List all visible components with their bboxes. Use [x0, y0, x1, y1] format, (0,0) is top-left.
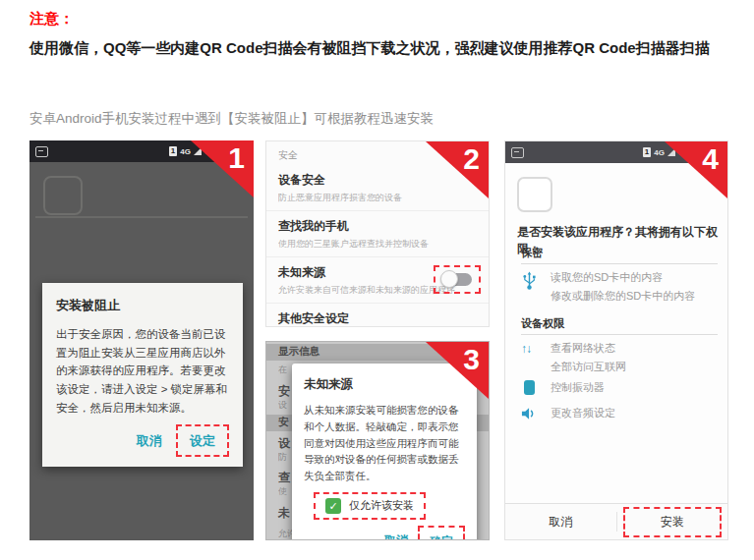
dim-item-title: 未 — [278, 505, 290, 522]
toggle-knob — [440, 270, 458, 288]
permission-line: 控制振动器 — [551, 378, 605, 397]
permission-row-audio: 更改音频设定 — [551, 404, 615, 422]
permission-line: 更改音频设定 — [551, 404, 615, 422]
ok-button[interactable]: 确定 — [430, 534, 453, 540]
highlight-box: 确定 — [418, 526, 465, 540]
network-type: 4G — [654, 148, 665, 157]
unknown-sources-toggle[interactable] — [442, 272, 472, 287]
checkbox-checked-icon[interactable]: ✓ — [325, 498, 341, 514]
step-badge-2: 2 — [463, 142, 480, 176]
section-label-privacy: 保密 — [521, 246, 543, 260]
dialog-button-bar: 取消 安装 — [505, 503, 727, 539]
notification-icon — [35, 146, 48, 157]
settings-button[interactable]: 设定 — [190, 433, 215, 448]
phone-screenshot-4: 1 4G 7 是否安装该应用程序？其将拥有以下权限： 保密 读取您的SD卡中的内… — [504, 140, 728, 540]
list-item-other-security[interactable]: 其他安全设定 更改安全更新和证书存储等其他安全设定 — [266, 303, 489, 327]
phone-screenshot-3: 显示信息 在 安 设 安 设 防 查 使 未 允许安装来自可信来源和未知来源的应… — [265, 341, 490, 540]
permission-row-sd-card: 读取您的SD卡中的内容 修改或删除您的SD卡中的内容 — [551, 268, 695, 306]
app-icon-placeholder — [43, 176, 83, 215]
dim-subtitle: 设 — [278, 399, 287, 412]
permission-line: 全部访问互联网 — [551, 358, 626, 376]
permission-line: 读取您的SD卡中的内容 — [551, 268, 695, 287]
dim-subtitle: 使 — [278, 485, 287, 498]
highlight-box: 设定 — [176, 424, 229, 457]
checkbox-label: 仅允许该安装 — [349, 498, 414, 513]
network-type: 4G — [180, 147, 191, 156]
item-title: 其他安全设定 — [278, 310, 477, 327]
step-badge-1: 1 — [228, 141, 245, 175]
install-button[interactable]: 安装 — [661, 515, 684, 529]
dim-item-title: 查 — [278, 470, 290, 486]
highlight-box: 安装 — [623, 507, 722, 537]
warning-text: 使用微信，QQ等一些内建QR Code扫描会有被阻挡下载之状况，强烈建议使用推荐… — [29, 35, 729, 61]
speaker-icon — [521, 407, 536, 420]
permission-line: 查看网络状态 — [551, 339, 626, 358]
item-subtitle: 使用您的三星账户远程查找并控制设备 — [278, 238, 477, 251]
vibration-icon — [524, 380, 535, 395]
cancel-button[interactable]: 取消 — [384, 532, 408, 540]
section-label-device: 设备权限 — [521, 316, 564, 331]
network-arrows-icon: ↑↓ — [521, 342, 531, 356]
dim-subtitle: 在 — [278, 364, 287, 376]
permission-line: 修改或删除您的SD卡中的内容 — [551, 287, 695, 306]
phone-screenshot-2: 安全 设备安全 防止恶意应用程序损害您的设备 查找我的手机 使用您的三星账户远程… — [265, 140, 490, 327]
install-blocked-dialog: 安装被阻止 出于安全原因，您的设备当前已设置为阻止安装从三星应用商店以外的来源获… — [42, 283, 243, 467]
cancel-button[interactable]: 取消 — [137, 432, 162, 450]
divider — [521, 334, 718, 335]
install-question-title: 是否安装该应用程序？其将拥有以下权限： — [517, 224, 722, 257]
step-badge-4: 4 — [702, 142, 719, 176]
dialog-body: 出于安全原因，您的设备当前已设置为阻止安装从三星应用商店以外的来源获得的应用程序… — [56, 325, 229, 417]
permission-row-network: 查看网络状态 全部访问互联网 — [551, 339, 626, 376]
sim-badge: 1 — [169, 146, 177, 156]
permission-row-vibration: 控制振动器 — [551, 378, 605, 397]
phone-screenshot-1: 1 4G 7 安装被阻止 出于安全原因，您的设备当前已设置为阻止安装从三星应用商… — [29, 140, 254, 540]
usb-icon — [523, 271, 536, 291]
notification-icon — [511, 147, 524, 158]
divider — [35, 216, 248, 218]
dim-item-title: 安 — [278, 383, 290, 400]
highlight-box — [434, 265, 481, 294]
sim-badge: 1 — [643, 147, 651, 157]
notice-heading: 注意： — [29, 10, 74, 28]
list-item-unknown-sources[interactable]: 未知来源 允许安装来自可信来源和未知来源的应用程序 — [266, 256, 489, 303]
dim-subtitle: 防 — [278, 451, 287, 464]
step-badge-3: 3 — [463, 343, 480, 376]
highlight-box: ✓ 仅允许该安装 — [314, 492, 426, 520]
list-item-find-my-phone[interactable]: 查找我的手机 使用您的三星账户远程查找并控制设备 — [266, 210, 489, 256]
dialog-body: 从未知来源安装可能损害您的设备和个人数据。轻敲确定，即表示您同意对因使用这些应用… — [304, 402, 465, 484]
dim-item-title: 设 — [278, 435, 290, 452]
cancel-button[interactable]: 取消 — [505, 514, 616, 531]
divider — [521, 263, 718, 264]
dialog-title: 安装被阻止 — [56, 297, 229, 314]
item-title: 查找我的手机 — [278, 218, 477, 235]
app-icon-placeholder — [517, 177, 552, 212]
tutorial-subtitle: 安卓Android手机安装过程中遇到【安装被阻止】可根据教程迅速安装 — [29, 110, 434, 128]
